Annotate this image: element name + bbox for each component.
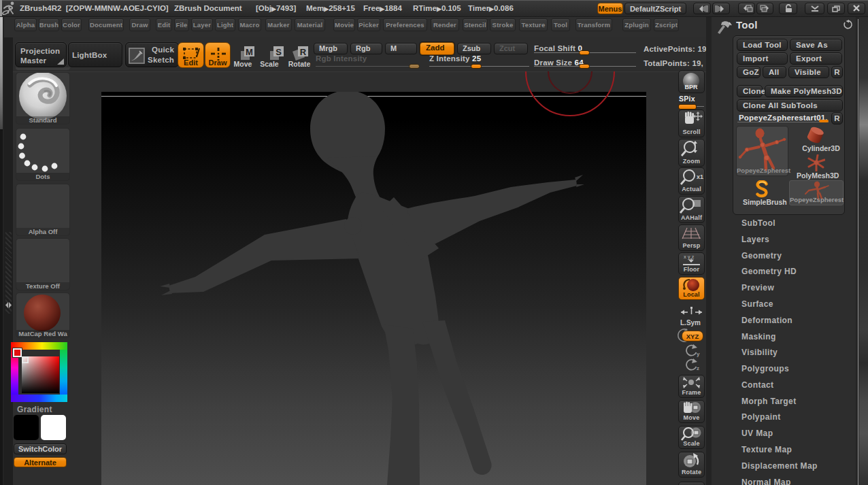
svg-text:y: y <box>697 351 700 357</box>
svg-text:R: R <box>300 47 307 57</box>
svg-text:BPR: BPR <box>684 84 698 90</box>
svg-text:x1: x1 <box>697 173 703 180</box>
svg-text:x y z: x y z <box>684 254 695 260</box>
svg-text:M: M <box>246 47 253 57</box>
svg-text:Texture Off: Texture Off <box>26 282 61 290</box>
svg-text:Standard: Standard <box>29 116 56 124</box>
svg-text:z: z <box>697 365 699 371</box>
svg-text:S: S <box>276 47 282 57</box>
svg-text:Alpha Off: Alpha Off <box>29 228 59 235</box>
svg-text:Dots: Dots <box>35 173 50 180</box>
svg-text:MatCap Red Wa: MatCap Red Wa <box>18 330 67 337</box>
